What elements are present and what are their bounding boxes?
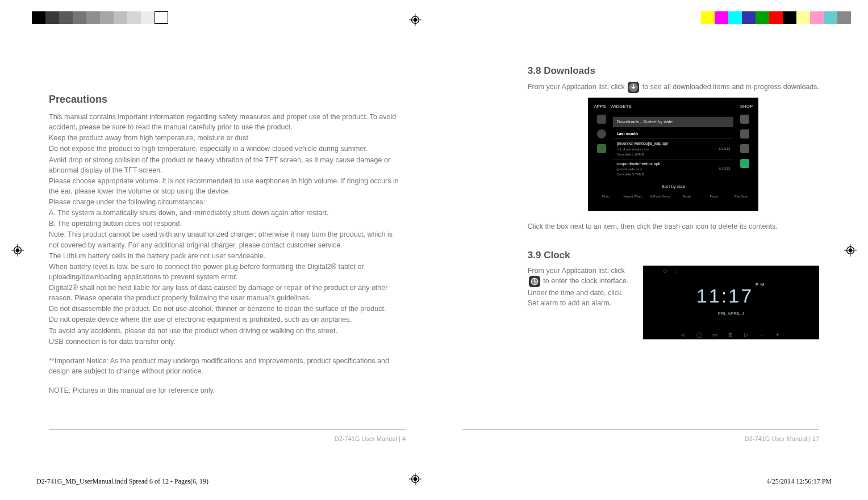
clock-screenshot: ⋮⋮ ⏲ ⋮ 11:17PM FRI, APRIL 4 ◅◯▭⊞▷−+ [643, 266, 819, 339]
precautions-paragraph: USB connection is for data transfer only… [49, 337, 401, 347]
swatch [837, 11, 851, 24]
swatch [32, 11, 45, 24]
precautions-paragraph: A. The system automatically shuts down, … [49, 208, 401, 218]
ss-side-icon [740, 115, 749, 124]
precautions-paragraph: To avoid any accidents, please do not us… [49, 326, 401, 336]
swatch [73, 11, 86, 24]
ss-nav-icon: ⋮ [673, 268, 678, 276]
precautions-paragraph: Do not expose the product to high temper… [49, 144, 401, 154]
precautions-paragraph: Please choose appropriate volume. It is … [49, 176, 401, 196]
right-page: 3.8 Downloads From your Application list… [462, 64, 819, 443]
ss-app-label: Play Store [729, 195, 753, 199]
ss-side-icon [597, 144, 606, 153]
swatch [742, 11, 756, 24]
ss-side-icon [740, 129, 749, 138]
swatch [59, 11, 73, 24]
grayscale-calibration-strip [32, 11, 168, 24]
doc-footer-file: D2-741G_MB_UserManual.indd Spread 6 of 1… [36, 476, 208, 486]
ss-android-navbar: ◅◯▭⊞▷−+ [643, 331, 819, 337]
ss-tab-widgets: WIDGETS [611, 104, 632, 109]
swatch [114, 11, 127, 24]
doc-footer-timestamp: 4/25/2014 12:56:17 PM [766, 476, 832, 486]
precautions-paragraph: Avoid drop or strong collision of the pr… [49, 155, 401, 175]
precautions-paragraph: When battery level is low, be sure to co… [49, 262, 401, 282]
right-page-footer: D2-741G User Manual | 17 [462, 429, 819, 444]
page-wrap: Precautions This manual contains importa… [0, 0, 868, 500]
precautions-paragraph: Do not disassemble the product. Do not u… [49, 304, 401, 314]
swatch [756, 11, 769, 24]
swatch [155, 11, 168, 24]
ss-app-label: Music [594, 195, 617, 199]
ss-app-label: News & Weath [621, 195, 645, 199]
registration-mark-icon [11, 244, 24, 257]
swatch [100, 11, 114, 24]
ss-nav-icon: ⏲ [662, 268, 667, 276]
clock-icon [529, 276, 540, 287]
clock-section: 3.9 Clock ⋮⋮ ⏲ ⋮ 11:17PM FRI, APRIL 4 ◅◯… [528, 248, 819, 340]
ss-side-icon [740, 159, 749, 168]
downloads-instruction: Click the box next to an item, then clic… [528, 221, 819, 232]
precautions-paragraph: Do not operate device where the use of e… [49, 314, 401, 325]
downloads-icon [628, 82, 639, 93]
swatch [141, 11, 155, 24]
left-page-footer: D2-741G User Manual | 4 [49, 429, 406, 444]
swatch [45, 11, 59, 24]
registration-mark-icon [844, 244, 857, 257]
downloads-line1: From your Application list, click to see… [528, 82, 819, 93]
precautions-heading: Precautions [49, 92, 401, 107]
important-notice: **Important Notice: As the product may u… [49, 356, 401, 376]
ss-clock-date: FRI, APRIL 4 [643, 310, 819, 317]
ss-download-item: couponfmainfreebox.apkgdownloads.comComp… [613, 159, 733, 179]
text-fragment: to enter the clock interface. [543, 278, 628, 285]
text-fragment: From your Application list, click [528, 83, 627, 91]
precautions-paragraph: Digital2® shall not be held liable for a… [49, 283, 401, 303]
ss-side-icon [597, 115, 606, 124]
ss-group: Last month [613, 129, 733, 139]
color-calibration-strip [701, 11, 851, 24]
time-value: 11:17 [696, 285, 753, 306]
registration-mark-icon [409, 14, 422, 26]
swatch [824, 11, 837, 24]
precautions-paragraph: The Lithium battery cells in the battery… [49, 251, 401, 261]
downloads-heading: 3.8 Downloads [528, 64, 819, 78]
precautions-paragraph: Keep the product away from high temperat… [49, 133, 401, 143]
downloads-section: 3.8 Downloads From your Application list… [528, 64, 819, 232]
ss-app-label: Places [702, 195, 726, 199]
swatch [796, 11, 810, 24]
swatch [810, 11, 824, 24]
ss-download-item: phoenix2-wandoujia_wap.aplm1.dl.wandouji… [613, 138, 733, 159]
precautions-paragraph: Note: This product cannot be used with a… [49, 229, 401, 250]
ss-shop: SHOP [740, 103, 753, 110]
clock-heading: 3.9 Clock [528, 248, 819, 263]
document-footer: D2-741G_MB_UserManual.indd Spread 6 of 1… [36, 476, 832, 486]
ss-app-label: NuPlayer Demo [648, 195, 672, 199]
swatch [715, 11, 728, 24]
swatch [728, 11, 742, 24]
precautions-paragraph: This manual contains important informati… [49, 112, 401, 132]
precautions-paragraph: Please charge under the following circum… [49, 197, 401, 207]
ss-tab-apps: APPS [594, 104, 606, 109]
text-fragment: to see all downloaded items and in-progr… [642, 83, 819, 91]
swatch [86, 11, 100, 24]
downloads-screenshot: APPS WIDGETS SHOP [588, 98, 758, 211]
ss-downloads-title: Downloads - Sorted by date [613, 117, 733, 127]
ss-app-label: People [675, 195, 699, 199]
swatch [783, 11, 796, 24]
swatch [769, 11, 783, 24]
swatch [701, 11, 715, 24]
spread: Precautions This manual contains importa… [49, 64, 819, 443]
swatch [127, 11, 141, 24]
ss-side-icon [740, 144, 749, 153]
ss-sort-by-size: Sort by size [613, 183, 733, 190]
ss-nav-icon: ⋮⋮ [646, 268, 657, 276]
time-ampm: PM [756, 282, 766, 287]
reference-note: NOTE: Pictures in this manual are for re… [49, 385, 401, 396]
ss-side-icon [597, 129, 606, 138]
precautions-paragraph: B. The operating button does not respond… [49, 219, 401, 229]
precautions-body: This manual contains important informati… [49, 112, 401, 347]
left-page: Precautions This manual contains importa… [49, 64, 406, 443]
text-fragment: From your Application list, click [528, 267, 625, 275]
